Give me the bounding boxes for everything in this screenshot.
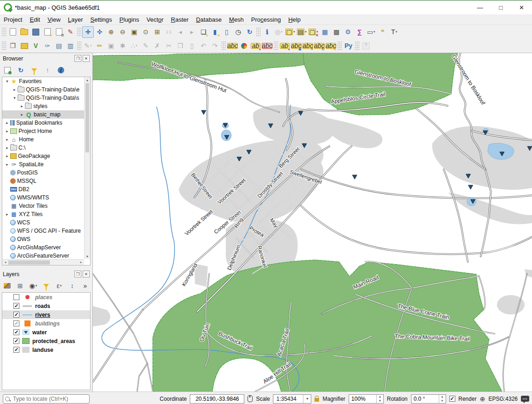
layers-close-button[interactable]: ✕: [83, 271, 90, 277]
browser-item-project-home[interactable]: ▸Project Home: [2, 127, 84, 135]
browser-item-db2[interactable]: DB2: [2, 185, 84, 193]
browser-item-geopackage[interactable]: ▸GeoPackage: [2, 152, 84, 160]
magnifier-spin-arrows[interactable]: ▲▼: [376, 395, 383, 403]
layer-row-places[interactable]: places: [2, 293, 90, 301]
run-feature-action-dropdown-icon[interactable]: ▾: [281, 30, 283, 34]
browser-item-qgis-training-data-s[interactable]: ▾QGIS-Training-Data\s: [2, 94, 84, 102]
pin-unpin-labels-button[interactable]: ab: [279, 40, 290, 52]
chevron-down-icon[interactable]: ▾: [12, 96, 18, 100]
open-attribute-table-button[interactable]: ▦: [319, 26, 331, 38]
current-edits-dropdown-icon[interactable]: ▾: [90, 44, 92, 48]
change-label-button[interactable]: abc: [325, 40, 337, 52]
refresh-map-button[interactable]: ↻: [244, 26, 255, 38]
epsg-button[interactable]: EPSG:4326: [489, 396, 518, 402]
layers-float-button[interactable]: ❐: [74, 271, 81, 277]
layer-row-landuse[interactable]: landuse: [2, 345, 90, 354]
text-annotation-dropdown-icon[interactable]: ▾: [396, 30, 398, 34]
extents-toggle-icon[interactable]: [248, 395, 253, 402]
layer-checkbox-rivers[interactable]: [13, 312, 19, 318]
menu-settings[interactable]: Settings: [87, 14, 116, 24]
text-annotation-button[interactable]: T▾: [388, 26, 400, 38]
rotate-label-button[interactable]: abc: [314, 40, 325, 52]
new-shapefile-layer-button[interactable]: V: [30, 40, 42, 52]
layer-checkbox-water[interactable]: [13, 329, 19, 335]
browser-item-c-[interactable]: ▸C:\: [2, 144, 84, 152]
browser-item-postgis[interactable]: PostGIS: [2, 169, 84, 177]
new-temporary-scratch-layer-button[interactable]: ▤: [53, 40, 65, 52]
browser-vertical-scrollbar[interactable]: ▲ ▼: [84, 77, 90, 259]
layer-checkbox-protected_areas[interactable]: [13, 338, 19, 344]
chevron-right-icon[interactable]: ▸: [4, 162, 10, 167]
layer-checkbox-roads[interactable]: [13, 303, 19, 309]
browser-item-arcgismapserver[interactable]: ArcGisMapServer: [2, 243, 84, 252]
chevron-right-icon[interactable]: ▸: [4, 121, 10, 125]
browser-item-spatialite[interactable]: ▸SpatiaLite: [2, 160, 84, 169]
processing-toolbox-button[interactable]: ⚙: [342, 26, 354, 38]
open-layer-styling-button[interactable]: [3, 281, 12, 290]
pan-to-selection-button[interactable]: ✜: [94, 26, 105, 38]
filter-browser-button[interactable]: [30, 66, 39, 75]
close-button[interactable]: ✕: [511, 0, 532, 14]
select-features-dropdown-icon[interactable]: ▾: [293, 30, 295, 34]
menu-processing[interactable]: Processing: [248, 14, 284, 24]
chevron-right-icon[interactable]: ▸: [4, 137, 10, 142]
rotation-spinbox[interactable]: ▲▼: [411, 394, 446, 404]
panel-overflow-button[interactable]: »: [81, 281, 90, 290]
browser-properties-button[interactable]: [56, 66, 66, 75]
measure-button[interactable]: ▭▾: [365, 26, 377, 38]
menu-mesh[interactable]: Mesh: [225, 14, 248, 24]
layer-checkbox-places[interactable]: [13, 294, 19, 300]
style-manager-button[interactable]: ✎: [65, 26, 76, 38]
add-group-button[interactable]: ⊞: [16, 281, 24, 290]
select-features-by-value-button[interactable]: ▤▾: [296, 26, 308, 38]
layer-row-protected_areas[interactable]: protected_areas: [2, 337, 90, 345]
refresh-browser-button[interactable]: ↻: [16, 66, 25, 75]
browser-item-favorites[interactable]: ▾Favorites: [2, 77, 84, 85]
chevron-right-icon[interactable]: ▸: [4, 212, 10, 217]
save-project-button[interactable]: [30, 26, 42, 38]
filter-legend-by-expression-dropdown-icon[interactable]: ▾: [60, 284, 62, 288]
select-features-by-value-dropdown-icon[interactable]: ▾: [305, 30, 307, 34]
menu-layer[interactable]: Layer: [64, 14, 87, 24]
rotation-value[interactable]: [411, 395, 439, 403]
layer-checkbox-landuse[interactable]: [13, 347, 19, 353]
browser-item-mssql[interactable]: MSSQL: [2, 177, 84, 185]
expand-collapse-all-button[interactable]: ↕: [68, 281, 77, 290]
menu-edit[interactable]: Edit: [26, 14, 43, 24]
menu-project[interactable]: Project: [0, 14, 26, 24]
menu-database[interactable]: Database: [192, 14, 225, 24]
filter-legend-by-expression-button[interactable]: ε▾: [55, 281, 64, 290]
zoom-to-layer-button[interactable]: ⊞: [151, 26, 163, 38]
browser-item-wfs-ogc-api-feature[interactable]: WFS / OGC API - Feature: [2, 227, 84, 235]
open-data-source-manager-button[interactable]: ❒: [7, 40, 18, 52]
menu-view[interactable]: View: [44, 14, 64, 24]
filter-legend-button[interactable]: [42, 281, 50, 290]
chevron-right-icon[interactable]: ▸: [19, 104, 25, 109]
menu-plugins[interactable]: Plugins: [116, 14, 143, 24]
open-project-button[interactable]: [18, 26, 30, 38]
magnifier-spinbox[interactable]: ▲▼: [349, 394, 384, 404]
toggle-editing-button[interactable]: ✏: [94, 40, 105, 52]
zoom-out-button[interactable]: ⊖: [117, 26, 128, 38]
browser-float-button[interactable]: ❐: [74, 55, 81, 62]
show-layout-manager-button[interactable]: [53, 26, 65, 38]
chevron-right-icon[interactable]: ▸: [4, 145, 10, 150]
new-map-view-button[interactable]: ❏: [198, 26, 209, 38]
lock-scale-icon[interactable]: [314, 398, 319, 402]
add-selected-layers-button[interactable]: [3, 66, 12, 75]
browser-horizontal-scrollbar[interactable]: ◂▸: [2, 259, 84, 265]
highlight-pinned-labels-button[interactable]: ab: [250, 40, 261, 52]
map-tips-button[interactable]: ❝: [377, 26, 388, 38]
browser-item-spatial-bookmarks[interactable]: ▸Spatial Bookmarks: [2, 119, 84, 127]
new-spatialite-layer-button[interactable]: ✑: [42, 40, 53, 52]
move-label-button[interactable]: abc: [302, 40, 314, 52]
rotation-spin-arrows[interactable]: ▲▼: [439, 395, 446, 403]
show-hide-labels-button[interactable]: abc: [290, 40, 302, 52]
chevron-right-icon[interactable]: ▸: [12, 87, 18, 92]
menu-raster[interactable]: Raster: [167, 14, 192, 24]
browser-item-basic-map[interactable]: ▸basic_map: [2, 110, 84, 119]
layer-row-rivers[interactable]: rivers: [2, 310, 90, 319]
show-spatial-bookmarks-button[interactable]: ▯: [221, 26, 232, 38]
identify-features-button[interactable]: ℹ: [261, 26, 273, 38]
layer-checkbox-buildings[interactable]: [13, 320, 19, 326]
